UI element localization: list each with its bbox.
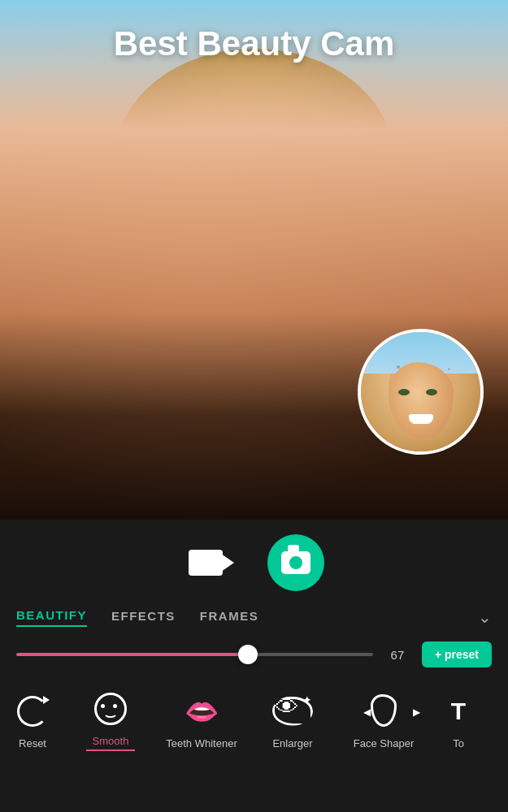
tab-beautify[interactable]: BEAUTIFY [16,608,87,627]
reset-label: Reset [19,737,46,749]
app-title-area: Best Beauty Cam [0,24,508,63]
video-mode-button[interactable] [185,546,227,580]
tabs-expand-chevron[interactable]: ⌄ [478,607,492,627]
to-label: To [453,737,464,749]
shaper-arrow-left [363,704,371,719]
to-icon: T [437,690,480,732]
smooth-active-indicator [86,749,135,751]
thumb-face-photo [361,332,480,451]
smooth-eye-right [113,704,117,708]
face-shaper-icon [363,690,405,732]
beauty-slider-track[interactable] [16,653,373,656]
feature-to[interactable]: T To [429,686,488,754]
slider-value: 67 [385,648,410,662]
enlarger-icon: 👁 ✦ [271,690,314,732]
feature-enlarger[interactable]: 👁 ✦ Enlarger [247,686,338,754]
enlarger-label: Enlarger [272,737,312,749]
tab-frames[interactable]: FRAMES [200,609,258,626]
tabs-row: BEAUTIFY EFFECTS FRAMES ⌄ [0,601,508,633]
feature-smooth[interactable]: Smooth [65,684,156,755]
features-row: Reset Smooth [0,676,508,759]
camera-controls [0,520,508,601]
app-container: Best Beauty Cam [0,0,508,812]
smooth-face-circle [94,693,127,725]
reset-icon [11,690,54,732]
comparison-thumbnail[interactable] [358,329,484,455]
app-title: Best Beauty Cam [114,24,394,63]
video-icon [189,550,223,576]
face-shaper-shape [365,693,402,730]
smooth-eye-left [101,704,105,708]
teeth-whitener-label: Teeth Whitener [166,737,237,749]
feature-reset[interactable]: Reset [0,686,65,754]
reset-circle-icon [17,696,48,727]
tab-effects[interactable]: EFFECTS [111,609,176,626]
to-partial-text: T [451,698,466,725]
feature-teeth-whitener[interactable]: 👄 Teeth Whitener [156,686,247,754]
teeth-icon: 👄 [180,690,223,732]
smooth-face-icon [92,690,129,728]
feature-face-shaper[interactable]: Face Shaper [338,686,429,754]
smooth-label: Smooth [93,735,129,747]
face-shaper-label: Face Shaper [354,737,414,749]
camera-body-icon [281,551,310,574]
lips-icon: 👄 [185,698,219,725]
shaper-arrows [363,704,420,719]
camera-icon [281,551,310,574]
photo-area: Best Beauty Cam [0,0,508,520]
control-panel: BEAUTIFY EFFECTS FRAMES ⌄ 67 + preset Re… [0,520,508,812]
shaper-arrow-right [413,704,420,719]
beauty-slider-thumb[interactable] [238,645,258,664]
camera-lens-icon [289,556,302,569]
preset-button[interactable]: + preset [422,641,492,667]
photo-mode-button[interactable] [267,534,324,591]
smooth-icon [89,688,132,730]
slider-row: 67 + preset [0,633,508,676]
